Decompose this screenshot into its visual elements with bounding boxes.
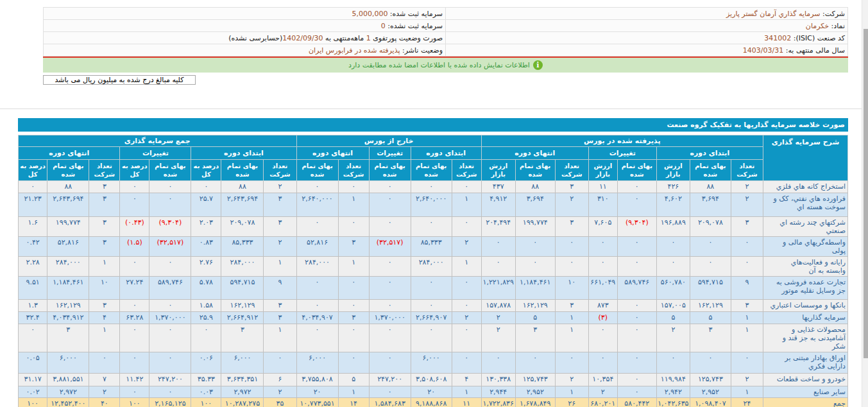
col-header: تعداد شرکت <box>338 160 369 181</box>
value-cell: ۵۲,۸۱۶ <box>296 237 338 257</box>
info-cell-left-3: وضعیت ناشر: پذیرفته شده در فرابورس ایران <box>44 44 446 56</box>
value-cell: ۰ <box>19 324 47 352</box>
value-cell: ۹,۱۸۸,۸۶۸ <box>411 398 452 407</box>
value-cell: ۲۸۴,۰۰۰ <box>47 257 89 277</box>
value-cell: ۳,۵۰۸,۶۰۸ <box>411 374 452 386</box>
value-cell: ۰ <box>369 300 411 312</box>
row-label: تجارت عمده فروشی به جز وسایل نقلیه موتور <box>763 277 847 300</box>
value-cell: ۶,۰۰۰ <box>47 352 89 374</box>
period-header-0-1: تغییرات <box>588 147 656 160</box>
period-header-2-2: انتهای دوره <box>19 147 120 160</box>
value-cell: ۱۵۷,۸۷۸ <box>481 300 515 312</box>
value-cell: ۰ <box>656 352 690 374</box>
info-cell-right-1: نماد: خکرمان <box>446 20 848 32</box>
value-cell: ۲ <box>452 312 481 324</box>
table-title-bar: صورت خلاصه سرمایه گذاریها به تفکیک گروه … <box>18 118 848 132</box>
value-cell: ۳ <box>89 300 120 312</box>
value-cell: ۱ <box>452 386 481 398</box>
value-cell: ۶ <box>264 374 296 386</box>
value-cell: ۲۷.۲۴ <box>120 277 149 300</box>
value-cell: ۲.۰۳ <box>191 217 221 237</box>
row-label: خودرو و ساخت قطعات <box>763 374 847 386</box>
col-header: تعداد شرکت <box>555 160 588 181</box>
value-cell: ۱ <box>731 312 763 324</box>
value-cell: ۲,۶۶۴,۹۱۲ <box>221 312 264 324</box>
value-cell: ۳۱۰ <box>588 193 617 217</box>
col-header: بهای تمام شده <box>221 160 264 181</box>
value-cell: ۲ <box>481 324 515 352</box>
value-cell: ۵ <box>515 312 555 324</box>
value-cell: ۰ <box>120 386 149 398</box>
info-value: خکرمان <box>806 22 829 30</box>
row-label: جمع <box>763 398 847 407</box>
col-header: درصد به کل <box>120 160 149 181</box>
value-cell: ۶,۰۰۰ <box>221 352 264 374</box>
value-cell: ۲۵.۷ <box>191 193 221 217</box>
value-cell: ۰ <box>338 324 369 352</box>
scrollbar-thumb[interactable] <box>864 29 868 358</box>
value-cell: ۳۱.۱۷ <box>19 374 47 386</box>
value-cell: ۴,۰۳۴,۹۱۲ <box>47 312 89 324</box>
value-cell: ۱,۳۷۰,۰۰۰ <box>149 312 191 324</box>
value-cell: ۳ <box>555 181 588 193</box>
value-cell: ۰ <box>369 386 411 398</box>
info-row: شرکت: سرمایه گذاري آرمان گستر پاریزسرمای… <box>44 8 848 20</box>
value-cell: ۰ <box>411 300 452 312</box>
value-cell: ۰ <box>89 352 120 374</box>
value-cell: ۰ <box>369 217 411 237</box>
value-cell: ۲۱.۲۳ <box>19 193 47 217</box>
value-cell: ۳ <box>731 300 763 312</box>
group-header-1: خارج از بورس <box>296 135 481 147</box>
value-cell: ۳ <box>89 193 120 217</box>
value-cell: ۷ <box>89 374 120 386</box>
period-header-2-0: ابتدای دوره <box>191 147 296 160</box>
value-cell: ۱ <box>338 386 369 398</box>
value-cell: ۲,۶۶۴,۹۰۷ <box>411 312 452 324</box>
unit-note-text: کلیه مبالغ درج شده به میلیون ریال می باش… <box>55 76 184 84</box>
value-cell: ۰ <box>690 257 731 277</box>
value-cell: ۱,۰۴۲,۶۳۵ <box>656 398 690 407</box>
company-info-table: شرکت: سرمایه گذاري آرمان گستر پاریزسرمای… <box>43 7 848 58</box>
value-cell: ۰ <box>515 237 555 257</box>
value-cell: ۰ <box>452 217 481 237</box>
value-cell: ۵ <box>338 374 369 386</box>
header-row: ابتدای دورهتغییراتانتهای دورهابتدای دوره… <box>19 147 848 160</box>
value-cell: ۰ <box>296 277 338 300</box>
row-label: اوراق بهادار مبتنی بر دارایی فکري <box>763 352 847 374</box>
value-cell: ۰ <box>588 352 617 374</box>
info-value: 0 <box>381 22 386 30</box>
value-cell: ۰ <box>617 181 656 193</box>
value-cell: ۲۸۴,۰۰۰ <box>296 257 338 277</box>
vertical-scrollbar[interactable] <box>862 0 868 407</box>
value-cell: ۰ <box>481 257 515 277</box>
value-cell: ۰ <box>690 352 731 374</box>
value-cell: ۰ <box>481 352 515 374</box>
col-header: ارزش بازار <box>481 160 515 181</box>
value-cell: ۰ <box>120 181 149 193</box>
value-cell: ۱۴ <box>338 398 369 407</box>
value-cell: ۱,۶۷۸,۸۴۹ <box>515 398 555 407</box>
value-cell: ۲۴ <box>731 398 763 407</box>
row-label: شرکتهاي چند رشته اي صنعتي <box>763 217 847 237</box>
value-cell: ۳ <box>555 300 588 312</box>
value-cell: ۰ <box>120 257 149 277</box>
info-value: 5,000,000 <box>352 10 387 18</box>
info-value: سرمایه گذاري آرمان گستر پاریز <box>726 10 820 18</box>
value-cell: ۱۲۵,۷۴۳ <box>515 374 555 386</box>
value-cell: ۳ <box>264 300 296 312</box>
value-cell: ۰ <box>296 300 338 312</box>
info-cell-left-0: سرمایه ثبت شده: 5,000,000 <box>44 8 446 20</box>
header-row: شرح سرمایه گذاریپذیرفته شده در بورسخارج … <box>19 135 848 147</box>
value-cell: ۰ <box>264 352 296 374</box>
value-cell: ۱۶۲,۱۲۹ <box>515 300 555 312</box>
value-cell: ۲۰۴,۴۹۴ <box>481 217 515 237</box>
info-label: سال مالی منتهی به: <box>783 46 845 55</box>
info-label: ماهه‌منتهی به <box>323 34 366 42</box>
value-cell: ۵ <box>656 312 690 324</box>
info-row: کد صنعت (ISIC): 341002صورت وضعیت پورتفوی… <box>44 32 848 44</box>
value-cell: ۰ <box>555 257 588 277</box>
value-cell: ۰ <box>731 257 763 277</box>
info-value: 341002 <box>764 34 791 42</box>
value-cell: ۲ <box>588 386 617 398</box>
value-cell: ۱,۵۸۴,۶۸۳ <box>369 398 411 407</box>
